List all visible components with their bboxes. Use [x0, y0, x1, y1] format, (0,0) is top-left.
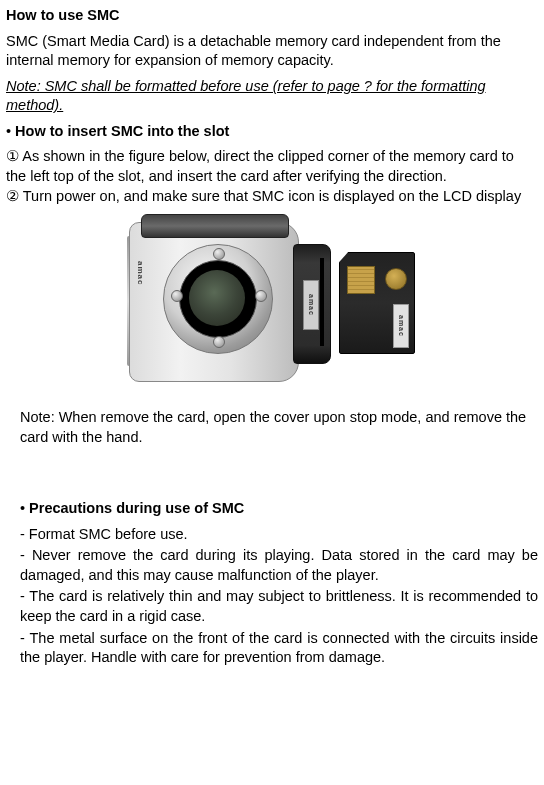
smc-brand-label: amac [393, 304, 409, 348]
insert-heading-line: • How to insert SMC into the slot [6, 122, 538, 142]
step2-marker: ② [6, 188, 19, 204]
device-slot-brand-label: amac [303, 280, 319, 330]
device-slot-opening [320, 258, 324, 346]
insert-step1: ① As shown in the figure below, direct t… [6, 147, 538, 186]
precautions-section: • Precautions during use of SMC - Format… [6, 499, 538, 668]
device-button-left [171, 290, 183, 302]
device-brand-label: amac [135, 244, 145, 302]
insert-step2: ② Turn power on, and make sure that SMC … [6, 187, 538, 207]
smc-contact-circle-icon [385, 268, 407, 290]
device-top-bar [141, 214, 289, 238]
format-note: Note: SMC shall be formatted before use … [6, 77, 538, 116]
insert-section: • How to insert SMC into the slot ① As s… [6, 122, 538, 206]
step2-text: Turn power on, and make sure that SMC ic… [23, 188, 521, 204]
spacer [6, 453, 538, 495]
precaution-item-3: - The metal surface on the front of the … [20, 629, 538, 668]
precaution-item-2: - The card is relatively thin and may su… [20, 587, 538, 626]
intro-text: SMC (Smart Media Card) is a detachable m… [6, 32, 538, 71]
precaution-item-0: - Format SMC before use. [20, 525, 538, 545]
precautions-heading-line: • Precautions during use of SMC [20, 499, 538, 519]
device-figure-wrap: amac amac amac [6, 208, 538, 398]
device-figure: amac amac amac [117, 208, 427, 398]
insert-heading: How to insert SMC into the slot [15, 123, 229, 139]
step1-marker: ① [6, 148, 19, 164]
precautions-heading: Precautions during use of SMC [29, 500, 244, 516]
remove-note: Note: When remove the card, open the cov… [6, 408, 538, 447]
precaution-item-1: - Never remove the card during its playi… [20, 546, 538, 585]
precautions-heading-bullet: • [20, 500, 25, 516]
device-lcd-screen [189, 270, 245, 326]
device-button-bottom [213, 336, 225, 348]
device-button-top [213, 248, 225, 260]
page-title: How to use SMC [6, 6, 538, 26]
step1-text: As shown in the figure below, direct the… [6, 148, 514, 184]
smc-gold-contacts-icon [347, 266, 375, 294]
device-button-right [255, 290, 267, 302]
insert-heading-bullet: • [6, 123, 11, 139]
